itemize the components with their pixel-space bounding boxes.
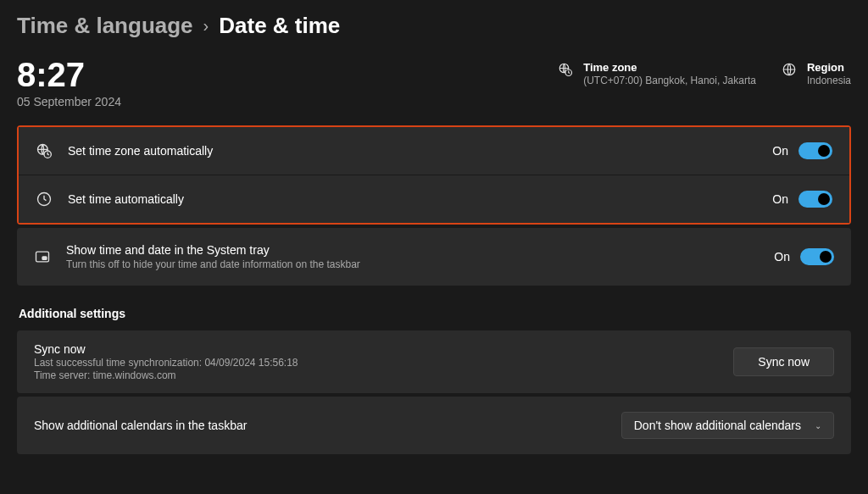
timezone-value: (UTC+07:00) Bangkok, Hanoi, Jakarta (583, 75, 756, 86)
setting-subtitle: Turn this off to hide your time and date… (66, 258, 759, 270)
sync-server: Time server: time.windows.com (34, 369, 298, 381)
clock-time: 8:27 (17, 56, 121, 93)
clock-icon (36, 191, 53, 208)
setting-title: Set time zone automatically (68, 144, 757, 158)
highlighted-settings: Set time zone automatically On Set time … (17, 125, 851, 225)
calendars-dropdown[interactable]: Don't show additional calendars ⌄ (621, 412, 834, 439)
calendars-selected: Don't show additional calendars (634, 419, 801, 432)
chevron-right-icon: › (203, 16, 209, 36)
setting-show-tray[interactable]: Show time and date in the System tray Tu… (17, 228, 851, 286)
toggle-state: On (772, 192, 788, 206)
sync-now-button[interactable]: Sync now (733, 347, 834, 376)
globe-clock-icon (36, 142, 53, 159)
sync-row: Sync now Last successful time synchroniz… (17, 330, 851, 393)
svg-rect-7 (42, 257, 47, 259)
clock-date: 05 September 2024 (17, 95, 121, 108)
system-tray-icon (34, 248, 51, 265)
setting-time-auto[interactable]: Set time automatically On (19, 175, 849, 223)
setting-title: Show time and date in the System tray (66, 243, 759, 257)
toggle-state: On (772, 144, 788, 158)
timezone-info[interactable]: Time zone (UTC+07:00) Bangkok, Hanoi, Ja… (558, 61, 756, 86)
calendars-label: Show additional calendars in the taskbar (34, 419, 247, 432)
globe-icon (782, 62, 797, 77)
chevron-down-icon: ⌄ (815, 421, 821, 430)
calendars-row: Show additional calendars in the taskbar… (17, 397, 851, 454)
globe-clock-icon (558, 62, 573, 77)
breadcrumb-parent[interactable]: Time & language (17, 13, 193, 39)
setting-title: Set time automatically (68, 192, 757, 206)
timezone-label: Time zone (583, 61, 756, 74)
region-value: Indonesia (807, 75, 851, 86)
toggle-knob (818, 193, 830, 205)
toggle-knob (818, 145, 830, 157)
breadcrumb: Time & language › Date & time (17, 0, 851, 56)
sync-title: Sync now (34, 342, 298, 356)
clock-block: 8:27 05 September 2024 (17, 56, 121, 108)
toggle-time-auto[interactable] (798, 191, 832, 208)
toggle-knob (820, 251, 832, 263)
header-row: 8:27 05 September 2024 Time zone (UTC+07… (17, 56, 851, 125)
region-label: Region (807, 61, 851, 74)
toggle-tz-auto[interactable] (798, 142, 832, 159)
setting-tz-auto[interactable]: Set time zone automatically On (19, 127, 849, 175)
toggle-state: On (774, 250, 790, 264)
toggle-show-tray[interactable] (800, 248, 834, 265)
section-heading-additional: Additional settings (19, 307, 851, 320)
breadcrumb-current: Date & time (219, 13, 340, 39)
sync-last: Last successful time synchronization: 04… (34, 357, 298, 369)
info-group: Time zone (UTC+07:00) Bangkok, Hanoi, Ja… (558, 56, 851, 86)
region-info[interactable]: Region Indonesia (782, 61, 851, 86)
